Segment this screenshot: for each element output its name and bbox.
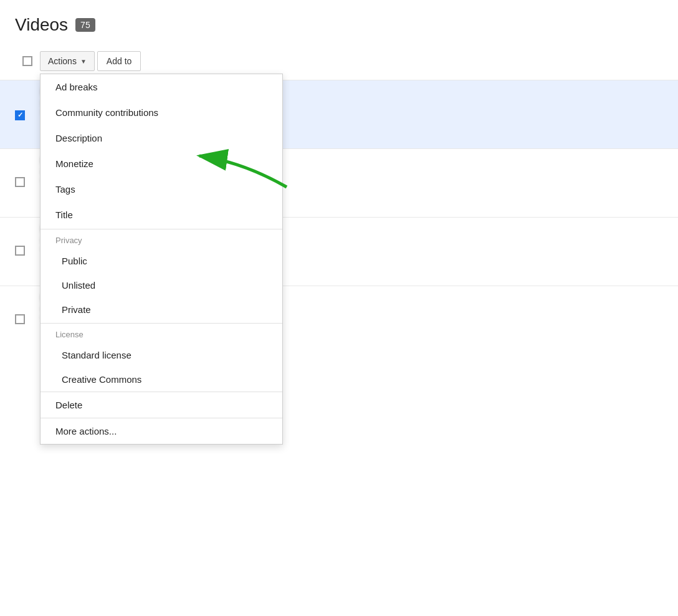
video-count-badge: 75 bbox=[75, 18, 95, 32]
actions-dropdown-menu: Ad breaks Community contributions Descri… bbox=[40, 74, 283, 445]
actions-button[interactable]: Actions ▼ bbox=[40, 51, 95, 71]
menu-item-monetize[interactable]: Monetize bbox=[41, 151, 282, 176]
menu-item-public[interactable]: Public bbox=[41, 249, 282, 273]
menu-item-ad-breaks[interactable]: Ad breaks bbox=[41, 74, 282, 100]
menu-item-standard-license[interactable]: Standard license bbox=[41, 343, 282, 367]
menu-item-delete[interactable]: Delete bbox=[41, 392, 282, 418]
add-to-button[interactable]: Add to bbox=[97, 51, 141, 71]
row-checkbox-1[interactable] bbox=[0, 80, 31, 149]
menu-item-creative-commons[interactable]: Creative Commons bbox=[41, 367, 282, 392]
toolbar: Actions ▼ Add to Ad breaks Community con… bbox=[0, 45, 678, 77]
license-section-header: License bbox=[41, 323, 282, 343]
row-checkbox-2[interactable] bbox=[0, 149, 31, 218]
page-header: Videos 75 bbox=[0, 0, 678, 45]
page-title: Videos bbox=[15, 15, 68, 35]
row-checkbox-3[interactable] bbox=[0, 218, 31, 286]
actions-dropdown-arrow: ▼ bbox=[80, 58, 87, 65]
select-all-checkbox[interactable] bbox=[22, 56, 32, 66]
select-all-checkbox-container bbox=[15, 56, 40, 66]
menu-item-community-contributions[interactable]: Community contributions bbox=[41, 100, 282, 125]
menu-item-more-actions[interactable]: More actions... bbox=[41, 418, 282, 444]
checkbox-unchecked-2[interactable] bbox=[15, 177, 25, 187]
menu-item-description[interactable]: Description bbox=[41, 125, 282, 151]
menu-item-private[interactable]: Private bbox=[41, 297, 282, 322]
checkbox-unchecked-4[interactable] bbox=[15, 314, 25, 324]
menu-item-tags[interactable]: Tags bbox=[41, 176, 282, 202]
checkbox-unchecked-3[interactable] bbox=[15, 246, 25, 256]
row-checkbox-4[interactable] bbox=[0, 286, 31, 355]
actions-label: Actions bbox=[48, 56, 77, 66]
menu-item-unlisted[interactable]: Unlisted bbox=[41, 273, 282, 297]
privacy-section-header: Privacy bbox=[41, 229, 282, 249]
checkbox-checked-1[interactable] bbox=[15, 110, 25, 120]
menu-item-title[interactable]: Title bbox=[41, 202, 282, 228]
